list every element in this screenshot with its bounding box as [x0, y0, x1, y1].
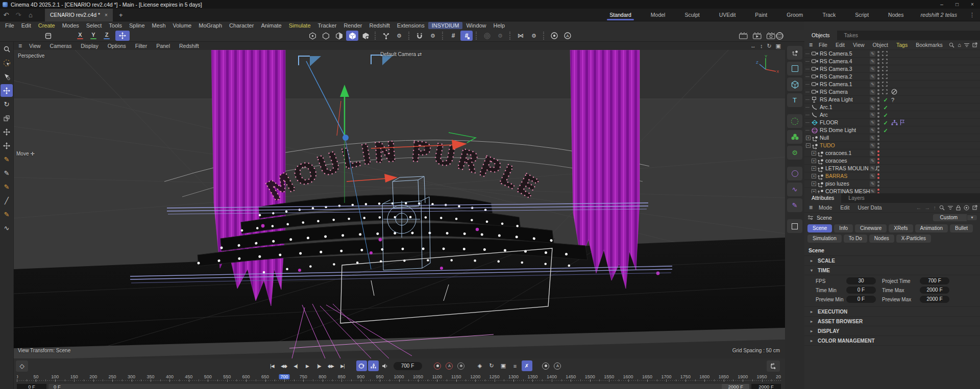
record-filter-toggle[interactable]: ✗: [522, 360, 532, 371]
object-name[interactable]: coracoes.1: [825, 149, 851, 157]
expand-icon[interactable]: +: [812, 174, 816, 178]
viewport-menu-display[interactable]: Display: [76, 43, 103, 49]
menu-tools[interactable]: Tools: [105, 22, 126, 29]
visibility-dots[interactable]: [877, 66, 879, 72]
document-tab[interactable]: CENARIO rev2.c4d * ×: [45, 9, 113, 21]
record-rotation-toggle[interactable]: ↻: [486, 360, 497, 371]
mode-settings-icon[interactable]: ⚙: [787, 146, 802, 160]
record-button[interactable]: [432, 360, 443, 371]
render-frame-icon[interactable]: [882, 59, 889, 64]
edit-tag-icon[interactable]: ✎: [870, 181, 875, 187]
layout-tab-uvedit[interactable]: UVEdit: [709, 9, 746, 21]
expand-icon[interactable]: +: [812, 166, 816, 171]
visibility-dots[interactable]: [877, 74, 879, 80]
visibility-dots[interactable]: [877, 59, 879, 64]
object-name[interactable]: Arc.1: [820, 103, 832, 111]
menu-spline[interactable]: Spline: [126, 22, 149, 29]
expand-icon[interactable]: +: [812, 189, 816, 193]
object-name[interactable]: CORTINAS MESH: [825, 188, 870, 193]
playhead[interactable]: 700: [279, 374, 289, 379]
live-selection-tool[interactable]: [1, 57, 13, 69]
object-name[interactable]: coracoes: [825, 157, 847, 165]
snap-tool[interactable]: [413, 31, 426, 41]
object-row[interactable]: +CORTINAS MESH✎: [804, 188, 980, 193]
object-row[interactable]: +LETRAS MOULIN PURPLE✎: [804, 165, 980, 172]
home-icon[interactable]: ⌂: [24, 11, 37, 19]
object-row[interactable]: RS Camera.5✎: [804, 50, 980, 58]
preview-max-field[interactable]: 2000 F: [920, 296, 949, 303]
history-back-icon[interactable]: ←: [916, 204, 922, 211]
maximize-view-icon[interactable]: ▣: [776, 43, 781, 49]
object-row[interactable]: Arc✎✓: [804, 111, 980, 119]
attributes-menu-user-data[interactable]: User Data: [853, 204, 886, 211]
object-row[interactable]: RS Camera.2✎: [804, 73, 980, 81]
attributes-popout-icon[interactable]: [972, 205, 977, 210]
visibility-dots[interactable]: [877, 120, 879, 125]
visibility-dots[interactable]: [877, 158, 879, 164]
objects-menu-view[interactable]: View: [849, 42, 869, 48]
mode-model-hexagon[interactable]: [346, 31, 358, 41]
history-forward-icon[interactable]: →: [925, 204, 930, 211]
visibility-dots[interactable]: [877, 127, 879, 133]
world-coordinates-button[interactable]: [115, 31, 130, 41]
minimize-button[interactable]: –: [934, 0, 949, 9]
question-tag-icon[interactable]: ?: [891, 96, 894, 104]
tweak-tool[interactable]: [1, 70, 13, 83]
enabled-check-icon[interactable]: ✓: [882, 96, 889, 104]
mode-edge-hexagon[interactable]: [320, 31, 332, 41]
camera-label[interactable]: Default Camera ⇄: [380, 51, 422, 57]
objects-filter-icon[interactable]: [964, 43, 969, 47]
visibility-dots[interactable]: [877, 112, 879, 118]
expand-icon[interactable]: +: [812, 151, 816, 155]
object-name[interactable]: Null: [820, 134, 829, 142]
edit-tag-icon[interactable]: ✎: [870, 143, 875, 148]
fps-field[interactable]: 30: [846, 277, 876, 284]
section-asset-browser[interactable]: ▸ASSET BROWSER: [804, 317, 980, 326]
attributes-tab-layers[interactable]: Layers: [841, 193, 872, 203]
capsule-mode-icon[interactable]: ✎: [787, 198, 802, 212]
visibility-dots[interactable]: [877, 135, 879, 141]
timeline-expand-icon[interactable]: [767, 360, 780, 372]
render-view-button[interactable]: [737, 31, 749, 41]
play-button[interactable]: ▶: [302, 360, 313, 371]
close-tab-icon[interactable]: ×: [105, 12, 108, 18]
object-name[interactable]: RS Camera.1: [820, 81, 852, 88]
close-button[interactable]: ×: [965, 0, 980, 9]
menu-insydium[interactable]: INSYDIUM: [428, 22, 463, 29]
enabled-check-icon[interactable]: ✓: [882, 127, 889, 135]
object-name[interactable]: RS Camera.3: [820, 65, 852, 73]
keyframe-display-toggle[interactable]: A: [368, 360, 379, 371]
visibility-dots[interactable]: [877, 89, 879, 95]
workplane-mode[interactable]: A: [561, 31, 574, 41]
object-name[interactable]: RS Area Light: [820, 96, 853, 103]
menu-select[interactable]: Select: [83, 22, 106, 29]
visibility-dots[interactable]: [877, 105, 879, 110]
menu-mograph[interactable]: MoGraph: [195, 22, 226, 29]
render-frame-icon[interactable]: [882, 82, 889, 87]
edit-tag-icon[interactable]: ✎: [870, 51, 875, 57]
viewport-menu-panel[interactable]: Panel: [152, 43, 175, 49]
objects-menu-tags[interactable]: Tags: [892, 42, 912, 48]
object-name[interactable]: RS Camera.2: [820, 73, 852, 81]
axis-tool[interactable]: [1, 139, 13, 152]
coordinates-mode-icon[interactable]: [787, 46, 802, 60]
render-frame-icon[interactable]: [882, 89, 889, 94]
attribute-chip-cineware[interactable]: Cineware: [855, 224, 887, 232]
knife-tool[interactable]: ╱: [1, 194, 13, 207]
range-start-field[interactable]: 0 F: [17, 384, 46, 389]
mode-polygon-hexagon[interactable]: [333, 31, 345, 41]
visibility-dots[interactable]: [877, 150, 879, 156]
visibility-dots[interactable]: [877, 51, 879, 57]
points-mode-icon[interactable]: [787, 114, 802, 128]
attributes-lock-icon[interactable]: [956, 205, 961, 211]
attributes-search-icon[interactable]: [939, 205, 945, 211]
new-tab-button[interactable]: +: [113, 11, 129, 19]
viewport-hamburger-icon[interactable]: ≡: [16, 42, 24, 49]
edit-tag-icon[interactable]: ✎: [870, 105, 875, 110]
time-min-field[interactable]: 0 F: [846, 287, 876, 294]
preview-min-field[interactable]: 0 F: [846, 296, 876, 303]
hierarchy-tag-icon[interactable]: [891, 120, 898, 125]
sound-toggle[interactable]: [380, 360, 390, 371]
section-scale[interactable]: ▸SCALE: [804, 256, 980, 266]
spline-pen-tool[interactable]: ✎: [1, 153, 13, 166]
